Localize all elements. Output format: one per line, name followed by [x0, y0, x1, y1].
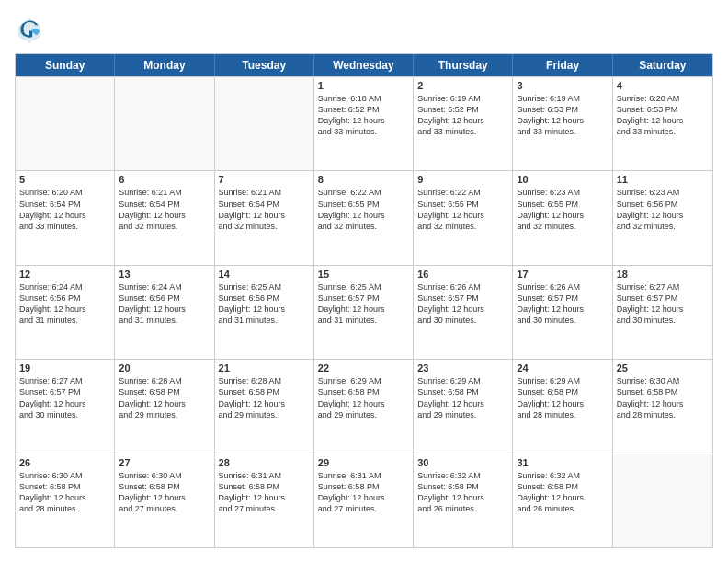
- calendar-cell: 3Sunrise: 6:19 AM Sunset: 6:53 PM Daylig…: [513, 77, 612, 170]
- day-info: Sunrise: 6:31 AM Sunset: 6:58 PM Dayligh…: [219, 470, 310, 515]
- calendar-cell: 26Sunrise: 6:30 AM Sunset: 6:58 PM Dayli…: [16, 454, 115, 547]
- calendar-row-1: 1Sunrise: 6:18 AM Sunset: 6:52 PM Daylig…: [16, 76, 712, 170]
- day-info: Sunrise: 6:20 AM Sunset: 6:53 PM Dayligh…: [617, 93, 709, 138]
- calendar-cell: 13Sunrise: 6:24 AM Sunset: 6:56 PM Dayli…: [115, 266, 214, 359]
- calendar-cell: [215, 77, 314, 170]
- day-info: Sunrise: 6:23 AM Sunset: 6:56 PM Dayligh…: [617, 187, 709, 232]
- calendar-cell: 15Sunrise: 6:25 AM Sunset: 6:57 PM Dayli…: [314, 266, 414, 359]
- day-number: 6: [119, 174, 210, 185]
- day-info: Sunrise: 6:27 AM Sunset: 6:57 PM Dayligh…: [19, 375, 110, 420]
- day-info: Sunrise: 6:27 AM Sunset: 6:57 PM Dayligh…: [617, 282, 709, 327]
- calendar-cell: 27Sunrise: 6:30 AM Sunset: 6:58 PM Dayli…: [115, 454, 214, 547]
- calendar-cell: 19Sunrise: 6:27 AM Sunset: 6:57 PM Dayli…: [16, 360, 115, 453]
- day-number: 10: [517, 174, 608, 185]
- day-number: 28: [219, 457, 310, 468]
- day-number: 7: [219, 174, 310, 185]
- day-info: Sunrise: 6:30 AM Sunset: 6:58 PM Dayligh…: [119, 470, 210, 515]
- calendar-row-5: 26Sunrise: 6:30 AM Sunset: 6:58 PM Dayli…: [16, 454, 712, 547]
- logo: [15, 15, 48, 44]
- calendar-cell: 2Sunrise: 6:19 AM Sunset: 6:52 PM Daylig…: [414, 77, 513, 170]
- calendar-cell: 10Sunrise: 6:23 AM Sunset: 6:55 PM Dayli…: [513, 171, 612, 264]
- day-number: 21: [219, 362, 310, 373]
- calendar-cell: 23Sunrise: 6:29 AM Sunset: 6:58 PM Dayli…: [414, 360, 513, 453]
- calendar-cell: [115, 77, 214, 170]
- calendar-row-2: 5Sunrise: 6:20 AM Sunset: 6:54 PM Daylig…: [16, 170, 712, 264]
- day-info: Sunrise: 6:19 AM Sunset: 6:53 PM Dayligh…: [517, 93, 608, 138]
- page: SundayMondayTuesdayWednesdayThursdayFrid…: [0, 0, 728, 563]
- day-info: Sunrise: 6:24 AM Sunset: 6:56 PM Dayligh…: [19, 282, 110, 327]
- day-info: Sunrise: 6:26 AM Sunset: 6:57 PM Dayligh…: [517, 282, 608, 327]
- day-number: 29: [318, 457, 409, 468]
- calendar-cell: 24Sunrise: 6:29 AM Sunset: 6:58 PM Dayli…: [513, 360, 612, 453]
- day-info: Sunrise: 6:19 AM Sunset: 6:52 PM Dayligh…: [417, 93, 508, 138]
- calendar-cell: 29Sunrise: 6:31 AM Sunset: 6:58 PM Dayli…: [314, 454, 414, 547]
- calendar: SundayMondayTuesdayWednesdayThursdayFrid…: [15, 53, 713, 548]
- day-number: 3: [517, 80, 608, 91]
- day-info: Sunrise: 6:30 AM Sunset: 6:58 PM Dayligh…: [617, 375, 709, 420]
- calendar-cell: 11Sunrise: 6:23 AM Sunset: 6:56 PM Dayli…: [613, 171, 712, 264]
- calendar-header: SundayMondayTuesdayWednesdayThursdayFrid…: [16, 54, 712, 76]
- weekday-header-friday: Friday: [513, 54, 612, 76]
- day-number: 9: [417, 174, 508, 185]
- calendar-cell: 7Sunrise: 6:21 AM Sunset: 6:54 PM Daylig…: [215, 171, 314, 264]
- calendar-cell: 30Sunrise: 6:32 AM Sunset: 6:58 PM Dayli…: [414, 454, 513, 547]
- day-info: Sunrise: 6:20 AM Sunset: 6:54 PM Dayligh…: [19, 187, 110, 232]
- day-number: 14: [219, 269, 310, 280]
- day-info: Sunrise: 6:29 AM Sunset: 6:58 PM Dayligh…: [417, 375, 508, 420]
- day-info: Sunrise: 6:24 AM Sunset: 6:56 PM Dayligh…: [119, 282, 210, 327]
- day-info: Sunrise: 6:23 AM Sunset: 6:55 PM Dayligh…: [517, 187, 608, 232]
- day-info: Sunrise: 6:21 AM Sunset: 6:54 PM Dayligh…: [219, 187, 310, 232]
- calendar-cell: 12Sunrise: 6:24 AM Sunset: 6:56 PM Dayli…: [16, 266, 115, 359]
- day-number: 27: [119, 457, 210, 468]
- day-info: Sunrise: 6:18 AM Sunset: 6:52 PM Dayligh…: [318, 93, 409, 138]
- day-info: Sunrise: 6:25 AM Sunset: 6:57 PM Dayligh…: [318, 282, 409, 327]
- day-info: Sunrise: 6:30 AM Sunset: 6:58 PM Dayligh…: [19, 470, 110, 515]
- calendar-cell: [16, 77, 115, 170]
- header: [15, 15, 713, 44]
- calendar-cell: 4Sunrise: 6:20 AM Sunset: 6:53 PM Daylig…: [613, 77, 712, 170]
- day-info: Sunrise: 6:21 AM Sunset: 6:54 PM Dayligh…: [119, 187, 210, 232]
- calendar-cell: 20Sunrise: 6:28 AM Sunset: 6:58 PM Dayli…: [115, 360, 214, 453]
- calendar-cell: 16Sunrise: 6:26 AM Sunset: 6:57 PM Dayli…: [414, 266, 513, 359]
- calendar-cell: 6Sunrise: 6:21 AM Sunset: 6:54 PM Daylig…: [115, 171, 214, 264]
- day-info: Sunrise: 6:26 AM Sunset: 6:57 PM Dayligh…: [417, 282, 508, 327]
- calendar-cell: 18Sunrise: 6:27 AM Sunset: 6:57 PM Dayli…: [613, 266, 712, 359]
- weekday-header-saturday: Saturday: [613, 54, 712, 76]
- calendar-cell: 1Sunrise: 6:18 AM Sunset: 6:52 PM Daylig…: [314, 77, 414, 170]
- day-number: 2: [417, 80, 508, 91]
- day-number: 25: [617, 362, 709, 373]
- weekday-header-monday: Monday: [115, 54, 214, 76]
- day-number: 8: [318, 174, 409, 185]
- day-number: 11: [617, 174, 709, 185]
- day-info: Sunrise: 6:29 AM Sunset: 6:58 PM Dayligh…: [318, 375, 409, 420]
- day-info: Sunrise: 6:25 AM Sunset: 6:56 PM Dayligh…: [219, 282, 310, 327]
- day-number: 18: [617, 269, 709, 280]
- calendar-cell: 8Sunrise: 6:22 AM Sunset: 6:55 PM Daylig…: [314, 171, 414, 264]
- day-number: 13: [119, 269, 210, 280]
- day-info: Sunrise: 6:22 AM Sunset: 6:55 PM Dayligh…: [318, 187, 409, 232]
- calendar-cell: 31Sunrise: 6:32 AM Sunset: 6:58 PM Dayli…: [513, 454, 612, 547]
- day-info: Sunrise: 6:28 AM Sunset: 6:58 PM Dayligh…: [219, 375, 310, 420]
- day-number: 4: [617, 80, 709, 91]
- calendar-cell: 5Sunrise: 6:20 AM Sunset: 6:54 PM Daylig…: [16, 171, 115, 264]
- day-number: 22: [318, 362, 409, 373]
- day-number: 16: [417, 269, 508, 280]
- day-number: 23: [417, 362, 508, 373]
- calendar-cell: 22Sunrise: 6:29 AM Sunset: 6:58 PM Dayli…: [314, 360, 414, 453]
- day-number: 12: [19, 269, 110, 280]
- day-info: Sunrise: 6:32 AM Sunset: 6:58 PM Dayligh…: [417, 470, 508, 515]
- logo-icon: [15, 15, 44, 44]
- weekday-header-wednesday: Wednesday: [314, 54, 414, 76]
- day-number: 17: [517, 269, 608, 280]
- day-number: 15: [318, 269, 409, 280]
- day-number: 31: [517, 457, 608, 468]
- weekday-header-sunday: Sunday: [16, 54, 115, 76]
- day-info: Sunrise: 6:28 AM Sunset: 6:58 PM Dayligh…: [119, 375, 210, 420]
- calendar-cell: [613, 454, 712, 547]
- calendar-cell: 17Sunrise: 6:26 AM Sunset: 6:57 PM Dayli…: [513, 266, 612, 359]
- day-info: Sunrise: 6:22 AM Sunset: 6:55 PM Dayligh…: [417, 187, 508, 232]
- weekday-header-thursday: Thursday: [414, 54, 513, 76]
- day-info: Sunrise: 6:32 AM Sunset: 6:58 PM Dayligh…: [517, 470, 608, 515]
- calendar-body: 1Sunrise: 6:18 AM Sunset: 6:52 PM Daylig…: [16, 76, 712, 547]
- calendar-cell: 25Sunrise: 6:30 AM Sunset: 6:58 PM Dayli…: [613, 360, 712, 453]
